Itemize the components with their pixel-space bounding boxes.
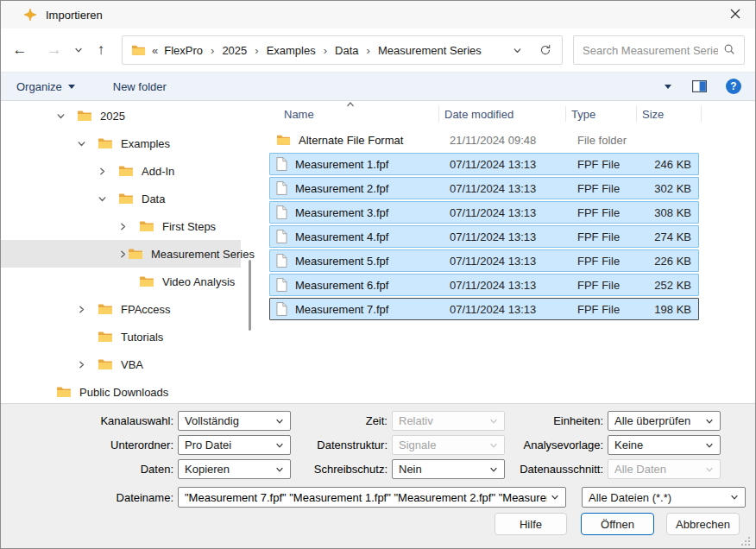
analysevorlage-select[interactable]: Keine bbox=[608, 435, 721, 455]
help-button[interactable]: ? bbox=[726, 79, 741, 94]
einheiten-field: Einheiten:Alle überprüfen bbox=[510, 411, 721, 431]
close-icon bbox=[730, 9, 740, 22]
file-name-cell: Measurement 5.fpf bbox=[270, 254, 444, 268]
einheiten-label: Einheiten: bbox=[510, 414, 603, 427]
file-row-measurement-3-fpf[interactable]: Measurement 3.fpf07/11/2024 13:13FPF Fil… bbox=[269, 201, 699, 224]
column-header-size[interactable]: Size bbox=[637, 101, 702, 127]
file-date-modified: 07/11/2024 13:13 bbox=[444, 206, 572, 219]
new-folder-label: New folder bbox=[113, 80, 167, 93]
address-bar[interactable]: « FlexPro›2025›Examples›Data›Measurement… bbox=[122, 35, 563, 65]
tree-item-add-in[interactable]: Add-In bbox=[1, 157, 241, 185]
refresh-icon[interactable] bbox=[539, 44, 551, 56]
column-header-type[interactable]: Type bbox=[566, 101, 637, 127]
file-date-modified: 07/11/2024 13:13 bbox=[444, 158, 572, 171]
breadcrumb-item-measurement-series[interactable]: Measurement Series bbox=[378, 44, 482, 57]
chevron-down-icon bbox=[275, 417, 284, 426]
file-row-measurement-7-fpf[interactable]: Measurement 7.fpf07/11/2024 13:13FPF Fil… bbox=[269, 298, 699, 320]
address-dropdown-chevron-icon[interactable] bbox=[513, 46, 522, 55]
chevron-down-icon[interactable] bbox=[77, 139, 98, 148]
tree-item-tutorials[interactable]: Tutorials bbox=[1, 323, 241, 350]
file-size: 246 KB bbox=[643, 158, 698, 171]
chevron-down-icon[interactable] bbox=[98, 194, 118, 204]
tree-item-vba[interactable]: VBA bbox=[1, 350, 241, 378]
file-type: FPF File bbox=[572, 158, 643, 171]
filetype-select[interactable]: Alle Dateien (*.*) bbox=[582, 487, 746, 508]
tree-item-fpaccess[interactable]: FPAccess bbox=[1, 295, 241, 323]
file-icon bbox=[276, 157, 287, 171]
file-date-modified: 07/11/2024 13:13 bbox=[444, 279, 572, 292]
chevron-down-icon[interactable] bbox=[56, 111, 77, 121]
up-arrow-icon: ↑ bbox=[98, 41, 105, 59]
file-row-measurement-1-fpf[interactable]: Measurement 1.fpf07/11/2024 13:13FPF Fil… bbox=[269, 153, 699, 175]
file-row-measurement-2-fpf[interactable]: Measurement 2.fpf07/11/2024 13:13FPF Fil… bbox=[269, 177, 699, 199]
tree-item-examples[interactable]: Examples bbox=[1, 129, 241, 157]
chevron-right-icon[interactable] bbox=[77, 305, 98, 314]
filename-input[interactable] bbox=[185, 491, 547, 504]
file-row-alternate-file-format[interactable]: Alternate File Format21/11/2024 09:48Fil… bbox=[269, 129, 699, 151]
tree-item-video-analysis[interactable]: Video Analysis bbox=[1, 268, 241, 295]
daten-select[interactable]: Kopieren bbox=[178, 459, 291, 479]
folder-icon bbox=[118, 165, 134, 177]
back-button[interactable]: ← bbox=[8, 39, 32, 61]
up-button[interactable]: ↑ bbox=[89, 39, 113, 61]
folder-icon bbox=[98, 303, 113, 315]
preview-pane-icon[interactable] bbox=[692, 80, 707, 92]
chevron-down-icon[interactable] bbox=[551, 493, 559, 502]
sort-ascending-icon bbox=[346, 101, 355, 108]
help-dialog-button[interactable]: Hilfe bbox=[495, 513, 567, 535]
chevron-right-icon[interactable] bbox=[98, 167, 118, 176]
filename-combobox[interactable] bbox=[178, 487, 566, 508]
tree-scrollbar-thumb[interactable] bbox=[249, 260, 251, 331]
open-button[interactable]: Öffnen bbox=[581, 513, 654, 535]
breadcrumb-item-2025[interactable]: 2025 bbox=[222, 44, 247, 57]
new-folder-button[interactable]: New folder bbox=[113, 80, 167, 93]
breadcrumb-overflow[interactable]: « bbox=[152, 44, 158, 57]
main-area: 2025ExamplesAdd-InDataFirst StepsMeasure… bbox=[1, 101, 755, 403]
recent-locations-button[interactable] bbox=[70, 39, 87, 61]
schreibschutz-select[interactable]: Nein bbox=[392, 459, 505, 479]
chevron-right-icon[interactable] bbox=[77, 360, 98, 369]
column-label: Date modified bbox=[444, 108, 513, 121]
einheiten-select[interactable]: Alle überprüfen bbox=[608, 411, 721, 431]
close-button[interactable] bbox=[715, 1, 755, 28]
file-icon bbox=[276, 278, 287, 292]
chevron-right-icon[interactable] bbox=[118, 222, 139, 231]
tree-item-measurement-series[interactable]: Measurement Series bbox=[1, 240, 241, 268]
kanalauswahl-field: Kanalauswahl:Vollständig bbox=[1, 411, 291, 431]
breadcrumb-item-examples[interactable]: Examples bbox=[267, 44, 316, 57]
breadcrumb-item-flexpro[interactable]: FlexPro bbox=[164, 44, 203, 57]
file-row-measurement-5-fpf[interactable]: Measurement 5.fpf07/11/2024 13:13FPF Fil… bbox=[269, 249, 699, 272]
resize-grip[interactable] bbox=[741, 537, 751, 546]
folder-icon bbox=[98, 137, 113, 149]
datenausschnitt-label: Datenausschnitt: bbox=[510, 463, 603, 476]
kanalauswahl-select[interactable]: Vollständig bbox=[178, 411, 291, 431]
cancel-button[interactable]: Abbrechen bbox=[666, 513, 740, 535]
organize-button[interactable]: Organize bbox=[16, 80, 75, 93]
breadcrumb-item-data[interactable]: Data bbox=[335, 44, 358, 57]
tree-item-label: FPAccess bbox=[121, 303, 171, 316]
breadcrumb-separator: › bbox=[211, 44, 214, 57]
unterordner-select[interactable]: Pro Datei bbox=[178, 435, 291, 455]
unterordner-label: Unterordner: bbox=[1, 439, 173, 451]
tree-item-public-downloads[interactable]: Public Downloads bbox=[1, 378, 241, 403]
search-input[interactable] bbox=[583, 44, 718, 57]
forward-button[interactable]: → bbox=[42, 39, 66, 61]
column-header-name[interactable]: Name bbox=[256, 101, 439, 127]
folder-icon bbox=[276, 134, 291, 146]
tree-item-2025[interactable]: 2025 bbox=[1, 102, 241, 129]
filetype-value: Alle Dateien (*.*) bbox=[589, 491, 727, 504]
chevron-down-icon bbox=[489, 417, 498, 426]
view-mode-button[interactable] bbox=[658, 85, 671, 89]
chevron-down-icon bbox=[275, 465, 284, 474]
tree-item-first-steps[interactable]: First Steps bbox=[1, 212, 241, 240]
question-mark-icon: ? bbox=[730, 80, 736, 92]
tree-item-data[interactable]: Data bbox=[1, 185, 241, 212]
file-row-measurement-6-fpf[interactable]: Measurement 6.fpf07/11/2024 13:13FPF Fil… bbox=[269, 274, 699, 296]
file-row-measurement-4-fpf[interactable]: Measurement 4.fpf07/11/2024 13:13FPF Fil… bbox=[269, 225, 699, 248]
select-value: Signale bbox=[399, 439, 486, 451]
organize-label: Organize bbox=[16, 80, 62, 93]
back-arrow-icon: ← bbox=[13, 41, 28, 59]
chevron-right-icon[interactable] bbox=[118, 249, 128, 259]
column-header-date-modified[interactable]: Date modified bbox=[439, 101, 566, 127]
file-size: 302 KB bbox=[643, 182, 698, 195]
